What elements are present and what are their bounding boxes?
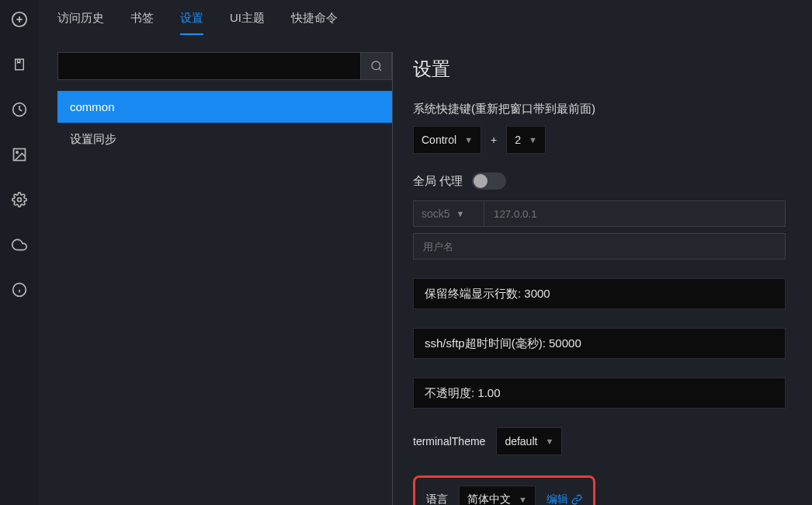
hotkey-modifier-value: Control xyxy=(422,134,456,146)
search-icon xyxy=(370,60,383,72)
info-icon[interactable] xyxy=(11,281,28,298)
image-icon[interactable] xyxy=(11,146,28,163)
theme-label: terminalTheme xyxy=(413,435,485,448)
tab-themes[interactable]: UI主题 xyxy=(230,11,265,35)
proxy-protocol-value: sock5 xyxy=(422,207,450,220)
hotkey-label: 系统快捷键(重新把窗口带到最前面) xyxy=(413,102,786,117)
sidebar-item-sync[interactable]: 设置同步 xyxy=(57,123,392,156)
proxy-host-row: sock5 ▼ xyxy=(413,200,786,227)
left-rail xyxy=(0,0,39,505)
add-circle-icon[interactable] xyxy=(11,11,28,28)
chevron-down-icon: ▼ xyxy=(519,495,527,504)
language-select[interactable]: 简体中文 ▼ xyxy=(459,486,536,505)
chevron-down-icon: ▼ xyxy=(464,135,473,145)
hotkey-key-select[interactable]: 2 ▼ xyxy=(506,126,546,154)
sidebar-item-common[interactable]: common xyxy=(57,91,392,123)
edit-link-label: 编辑 xyxy=(547,493,568,505)
hotkey-plus: + xyxy=(491,134,497,146)
svg-point-7 xyxy=(18,198,22,202)
svg-point-11 xyxy=(372,61,380,70)
hotkey-row: Control ▼ + 2 ▼ xyxy=(413,126,786,154)
tab-quick[interactable]: 快捷命令 xyxy=(291,11,338,35)
chevron-down-icon: ▼ xyxy=(545,437,553,446)
proxy-user-input xyxy=(413,233,786,259)
language-value: 简体中文 xyxy=(467,493,511,505)
content-area: common 设置同步 设置 系统快捷键(重新把窗口带到最前面) Control… xyxy=(39,35,812,505)
tab-settings[interactable]: 设置 xyxy=(180,11,203,35)
language-edit-link[interactable]: 编辑 xyxy=(547,493,582,505)
chevron-down-icon: ▼ xyxy=(456,209,465,218)
theme-select[interactable]: default ▼ xyxy=(496,427,562,455)
link-icon xyxy=(571,494,582,505)
bookmark-icon[interactable] xyxy=(11,56,28,73)
proxy-label: 全局 代理 xyxy=(413,174,463,189)
language-label: 语言 xyxy=(426,493,448,505)
theme-row: terminalTheme default ▼ xyxy=(413,427,786,455)
proxy-host-input xyxy=(484,200,786,227)
hotkey-key-value: 2 xyxy=(515,134,521,146)
gear-icon[interactable] xyxy=(11,191,28,208)
search-row xyxy=(57,52,392,80)
chevron-down-icon: ▼ xyxy=(529,135,537,145)
clock-icon[interactable] xyxy=(11,101,28,118)
tab-bar: 访问历史 书签 设置 UI主题 快捷命令 xyxy=(39,0,812,35)
toggle-knob xyxy=(474,174,488,188)
search-input[interactable] xyxy=(57,52,361,80)
buffer-lines-input[interactable]: 保留终端显示行数: 3000 xyxy=(413,278,786,309)
proxy-protocol-select: sock5 ▼ xyxy=(413,200,484,227)
svg-line-12 xyxy=(379,68,381,71)
cloud-sync-icon[interactable] xyxy=(11,236,28,253)
theme-value: default xyxy=(505,435,537,448)
tab-bookmarks[interactable]: 书签 xyxy=(130,11,154,35)
hotkey-modifier-select[interactable]: Control ▼ xyxy=(413,126,481,154)
tab-history[interactable]: 访问历史 xyxy=(57,11,104,35)
main-area: 访问历史 书签 设置 UI主题 快捷命令 common 设置同步 设置 系统快捷… xyxy=(39,0,812,505)
form-panel: 设置 系统快捷键(重新把窗口带到最前面) Control ▼ + 2 ▼ 全局 … xyxy=(413,52,793,505)
search-button[interactable] xyxy=(361,52,392,80)
language-row: 语言 简体中文 ▼ 编辑 xyxy=(413,475,595,505)
settings-sidebar: common 设置同步 xyxy=(57,52,393,505)
sidebar-list: common 设置同步 xyxy=(57,91,392,156)
opacity-input[interactable]: 不透明度: 1.00 xyxy=(413,378,786,409)
proxy-toggle-row: 全局 代理 xyxy=(413,172,786,190)
proxy-toggle[interactable] xyxy=(472,172,506,190)
timeout-input[interactable]: ssh/sftp超时时间(毫秒): 50000 xyxy=(413,328,786,359)
svg-point-6 xyxy=(16,152,18,154)
page-title: 设置 xyxy=(413,57,786,82)
